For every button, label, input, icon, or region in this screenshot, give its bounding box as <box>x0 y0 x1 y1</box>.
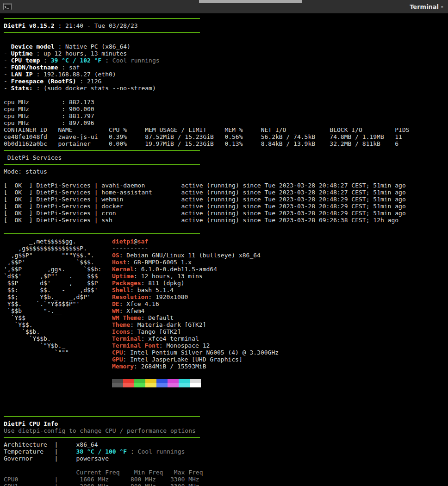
neofetch-info-label: Resolution <box>112 293 148 300</box>
neofetch-info-row: Theme: Materia-dark [GTK2] <box>112 321 279 328</box>
neofetch-info-sep: : <box>119 252 127 259</box>
neofetch-info-sep: : <box>130 321 137 328</box>
service-row: [ OK ] DietPi-Services | webminactive (r… <box>4 196 448 203</box>
docker-col-header: CPU % <box>109 126 145 133</box>
neofetch-info-label: Shell <box>112 287 130 293</box>
neofetch-info-label: Terminal <box>112 335 141 342</box>
palette-swatch <box>112 383 123 387</box>
docker-cell-pids: 6 <box>395 140 398 147</box>
window-titlebar[interactable]: Terminal - <box>0 0 448 13</box>
neofetch-info-value: 811 (dpkg) <box>148 280 184 287</box>
neofetch-info-row: Host: GB-BMPD-6005 1.x <box>112 259 279 266</box>
docker-cell-pids: 11 <box>395 133 402 140</box>
palette-swatch <box>179 383 190 387</box>
palette-swatch <box>179 379 190 383</box>
docker-row: 0b0d1162a0bcportainer0.00%19.97MiB / 15.… <box>4 140 448 147</box>
palette-swatch <box>168 379 179 383</box>
blank-space <box>4 387 448 413</box>
docker-cell-container-id: 0b0d1162a0bc <box>4 140 58 147</box>
cpu-mhz-line: cpu MHz : 882.173 <box>4 99 448 106</box>
cpu-temperature-line: Temperature | 38 °C / 100 °F : Cool runn… <box>4 448 448 455</box>
neofetch-info-row: WM Theme: Default <box>112 314 279 321</box>
service-ok-prefix: [ OK ] DietPi-Services | <box>4 203 101 210</box>
terminal-icon[interactable] <box>3 2 12 11</box>
section-separator <box>4 437 200 438</box>
docker-cell-cpu: 0.39% <box>109 133 145 140</box>
dietpi-ascii-logo: _,met$$$$$gg. ,g$$$$$$$$$$$$$$$P. ,g$$P"… <box>4 238 112 387</box>
docker-cell-name: zwave-js-ui <box>58 133 109 140</box>
neofetch-info-label: WM <box>112 307 119 314</box>
section-separator <box>4 18 200 19</box>
docker-cell-container-id: ce48fe1048fd <box>4 133 58 140</box>
docker-table-rows: ce48fe1048fdzwave-js-ui0.39%87.52MiB / 1… <box>4 133 448 147</box>
docker-table-header: CONTAINER IDNAMECPU %MEM USAGE / LIMITME… <box>4 126 448 133</box>
service-ok-prefix: [ OK ] DietPi-Services | <box>4 189 101 196</box>
banner-item: - FQDN/hostname : saf <box>4 64 448 71</box>
banner-item-list: - Device model : Native PC (x86_64) - Up… <box>4 43 448 92</box>
banner-item-dash: - <box>4 57 11 64</box>
services-list: [ OK ] DietPi-Services | avahi-daemonact… <box>4 182 448 224</box>
banner-item-sep: : <box>76 78 87 85</box>
services-heading: DietPi-Services <box>4 154 448 161</box>
section-separator <box>4 32 200 33</box>
services-mode: Mode: status <box>4 168 448 175</box>
palette-swatch <box>145 379 156 383</box>
neofetch-info-value: 12 hours, 13 mins <box>141 273 203 280</box>
banner-item-sep: : <box>33 85 44 92</box>
neofetch-at: @ <box>134 238 137 245</box>
neofetch-underline: ---------- <box>112 245 279 252</box>
section-separator <box>4 233 200 234</box>
cpu-freq-list: CPU0 | 1606 MHz 800 MHz 3300 MHz CPU1 | … <box>4 476 448 486</box>
service-status: active (running) since Tue 2023-03-28 20… <box>181 210 406 217</box>
section-separator <box>4 164 200 165</box>
banner-item-value: saf <box>69 64 80 71</box>
service-status: active (running) since Tue 2023-03-28 20… <box>181 189 406 196</box>
blank-line <box>4 224 448 231</box>
banner-item-mid: : <box>101 57 112 64</box>
docker-col-header: BLOCK I/O <box>330 126 395 133</box>
docker-cell-cpu: 0.00% <box>109 140 145 147</box>
palette-swatch <box>190 383 201 387</box>
docker-cell-mem-pct: 0.56% <box>224 133 261 140</box>
palette-row-bright <box>112 383 279 387</box>
neofetch-info-value: 1920x1080 <box>156 293 188 300</box>
service-name: docker <box>101 203 181 210</box>
service-ok-prefix: [ OK ] DietPi-Services | <box>4 210 101 217</box>
docker-col-header: MEM USAGE / LIMIT <box>145 126 224 133</box>
docker-cell-block-io: 32.2MB / 811kB <box>330 140 395 147</box>
service-row: [ OK ] DietPi-Services | dockeractive (r… <box>4 203 448 210</box>
banner-item-dash: - <box>4 71 11 78</box>
neofetch-info-value: GB-BMPD-6005 1.x <box>134 259 192 266</box>
blank-line <box>4 36 448 43</box>
palette-swatch <box>156 383 168 387</box>
dietpi-version: DietPi v8.15.2 <box>4 22 55 29</box>
banner-item-label: Device model <box>11 43 55 50</box>
neofetch-host: saf <box>137 238 148 245</box>
section-separator <box>4 416 200 417</box>
neofetch-info-sep: : <box>130 287 137 293</box>
neofetch-info-row: CPU: Intel Pentium Silver N6005 (4) @ 3.… <box>112 349 279 356</box>
service-row: [ OK ] DietPi-Services | home-assistanta… <box>4 189 448 196</box>
banner-item-label: Uptime <box>11 50 33 57</box>
neofetch-info-label: CPU <box>112 349 123 356</box>
color-palette <box>112 379 279 387</box>
neofetch-info-sep: : <box>123 356 130 363</box>
neofetch-info-label: Theme <box>112 321 130 328</box>
cpu-freq-row: CPU0 | 1606 MHz 800 MHz 3300 MHz <box>4 476 448 483</box>
neofetch-info-label: Packages <box>112 280 141 287</box>
neofetch-info-sep: : <box>141 280 149 287</box>
service-row: [ OK ] DietPi-Services | sshactive (runn… <box>4 217 448 224</box>
neofetch-info-label: Kernel <box>112 266 134 273</box>
cpu-mhz-line: cpu MHz : 900.000 <box>4 106 448 112</box>
cpu-info-heading-line: DietPi CPU Info <box>4 420 448 427</box>
neofetch-info-sep: : <box>119 307 127 314</box>
banner-item-value: up 12 hours, 13 minutes <box>44 50 127 57</box>
cpu-mhz-list: cpu MHz : 882.173 cpu MHz : 900.000 cpu … <box>4 99 448 126</box>
docker-row: ce48fe1048fdzwave-js-ui0.39%87.52MiB / 1… <box>4 133 448 140</box>
neofetch-info-value: Tango [GTK2] <box>137 328 181 335</box>
cpu-temp-label: Temperature | <box>4 448 76 455</box>
terminal-screen[interactable]: DietPi v8.15.2 : 21:40 - Tue 03/28/23 - … <box>0 13 448 486</box>
temp-status-note: Cool runnings <box>112 57 160 64</box>
banner-title-line: DietPi v8.15.2 : 21:40 - Tue 03/28/23 <box>4 22 448 29</box>
palette-row-normal <box>112 379 279 383</box>
